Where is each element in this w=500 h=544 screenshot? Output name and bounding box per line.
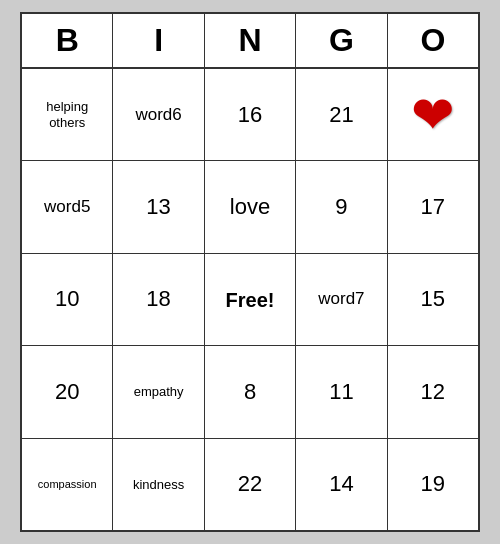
cell-4-2: 22 [205,439,296,530]
bingo-grid: helping others word6 16 21 ❤ word5 13 lo… [22,69,478,530]
header-g: G [296,14,387,67]
header-n: N [205,14,296,67]
cell-2-3: word7 [296,254,387,345]
header-b: B [22,14,113,67]
cell-3-2: 8 [205,346,296,437]
cell-3-0: 20 [22,346,113,437]
header-i: I [113,14,204,67]
cell-3-4: 12 [388,346,478,437]
cell-0-0: helping others [22,69,113,160]
cell-4-1: kindness [113,439,204,530]
cell-1-3: 9 [296,161,387,252]
header-o: O [388,14,478,67]
cell-2-0: 10 [22,254,113,345]
bingo-row: word5 13 love 9 17 [22,161,478,253]
bingo-row: helping others word6 16 21 ❤ [22,69,478,161]
cell-4-3: 14 [296,439,387,530]
cell-1-4: 17 [388,161,478,252]
cell-3-1: empathy [113,346,204,437]
cell-3-3: 11 [296,346,387,437]
cell-1-0: word5 [22,161,113,252]
cell-1-2: love [205,161,296,252]
cell-0-1: word6 [113,69,204,160]
bingo-row: 20 empathy 8 11 12 [22,346,478,438]
cell-4-4: 19 [388,439,478,530]
bingo-header: B I N G O [22,14,478,69]
cell-1-1: 13 [113,161,204,252]
heart-icon: ❤ [411,89,455,141]
cell-0-2: 16 [205,69,296,160]
cell-2-4: 15 [388,254,478,345]
cell-0-3: 21 [296,69,387,160]
cell-2-1: 18 [113,254,204,345]
bingo-row: compassion kindness 22 14 19 [22,439,478,530]
bingo-card: B I N G O helping others word6 16 21 ❤ w… [20,12,480,532]
cell-0-4: ❤ [388,69,478,160]
bingo-row: 10 18 Free! word7 15 [22,254,478,346]
cell-4-0: compassion [22,439,113,530]
cell-free: Free! [205,254,296,345]
